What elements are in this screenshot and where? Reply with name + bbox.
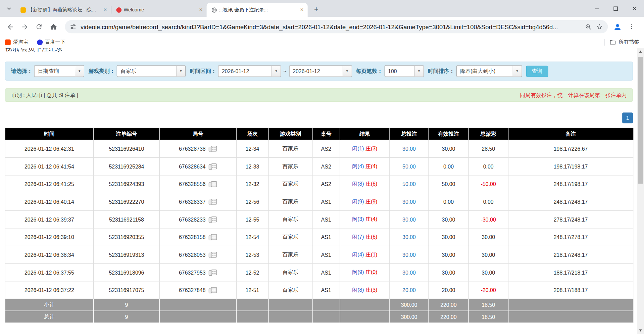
cell-table-no: AS1 xyxy=(312,264,340,281)
url-text: videoie.com/game/betrecord_search/kind3?… xyxy=(81,23,581,30)
maximize-icon xyxy=(613,6,618,11)
scrollbar-thumb[interactable] xyxy=(638,57,643,184)
total-bet-link[interactable]: 30.00 xyxy=(402,199,416,205)
cell-time: 2026-01-12 06:39:10 xyxy=(5,228,93,246)
cell-time: 2026-01-12 06:40:14 xyxy=(5,193,93,211)
close-window-button[interactable] xyxy=(625,0,644,17)
total-row: 总计9300.00220.0018.50 xyxy=(5,311,633,323)
sort-order-select[interactable]: 降幂(由大到小) ▾ xyxy=(456,65,522,77)
page-1-button[interactable]: 1 xyxy=(622,112,633,123)
tab-forum[interactable]: 【新提醒】海燕策略论坛 - 综合... × xyxy=(16,3,111,17)
dice-icon[interactable] xyxy=(208,163,217,170)
address-bar[interactable]: videoie.com/game/betrecord_search/kind3?… xyxy=(65,20,608,33)
scroll-down-button[interactable] xyxy=(637,327,644,334)
dice-icon[interactable] xyxy=(208,251,217,258)
total-bet-link[interactable]: 20.00 xyxy=(402,287,416,293)
result-banker: 庄(6) xyxy=(365,181,377,187)
total-bet-link[interactable]: 50.00 xyxy=(402,181,416,187)
browser-window: 【新提醒】海燕策略论坛 - 综合... × Welcome × :::视讯 会员… xyxy=(0,0,644,334)
total-bet-link[interactable]: 50.00 xyxy=(402,163,416,170)
tab-welcome[interactable]: Welcome × xyxy=(111,3,207,17)
window-controls xyxy=(587,0,644,17)
table-row: 2026-01-12 06:41:25523116924393676328556… xyxy=(5,175,633,193)
cell-result: 闲(1) 庄(3) xyxy=(340,140,390,158)
tab-close-icon[interactable]: × xyxy=(198,7,204,13)
globe-favicon-icon xyxy=(211,7,217,13)
search-button[interactable]: 查询 xyxy=(526,65,548,77)
dice-icon[interactable] xyxy=(208,145,217,152)
dice-icon[interactable] xyxy=(208,269,217,276)
cell-note: 278.17/248.17 xyxy=(508,210,633,228)
dice-icon[interactable] xyxy=(208,198,217,205)
footer-cell xyxy=(236,311,268,323)
site-info-tune-icon[interactable] xyxy=(70,23,77,30)
total-bet-link[interactable]: 30.00 xyxy=(402,252,416,258)
game-type-select[interactable]: 百家乐 ▾ xyxy=(117,65,186,77)
profile-avatar[interactable] xyxy=(611,20,624,33)
bookmark-baidu[interactable]: 百度一下 xyxy=(37,39,66,46)
bookmark-label: 爱淘宝 xyxy=(13,39,29,46)
total-bet-link[interactable]: 30.00 xyxy=(402,146,416,152)
tab-search-button[interactable] xyxy=(4,4,14,13)
refresh-icon xyxy=(35,23,43,31)
date-start-select[interactable]: 2026-01-12 ▾ xyxy=(218,65,281,77)
cell-session: 12-55 xyxy=(236,210,268,228)
maximize-button[interactable] xyxy=(606,0,625,17)
column-header: 时间 xyxy=(5,128,93,140)
cell-round-no: 676328738 xyxy=(159,140,236,158)
bookmark-taobao[interactable]: 爱淘宝 xyxy=(5,39,29,46)
dice-icon[interactable] xyxy=(208,234,217,241)
dice-icon[interactable] xyxy=(208,181,217,188)
query-type-select[interactable]: 日期查询 ▾ xyxy=(34,65,84,77)
back-button[interactable] xyxy=(4,20,16,33)
footer-cell: 18.50 xyxy=(468,299,508,311)
payout-value: 30.00 xyxy=(482,252,495,258)
close-icon xyxy=(632,6,637,11)
payout-value: 0.00 xyxy=(483,163,494,170)
total-bet-link[interactable]: 30.00 xyxy=(402,234,416,240)
all-bookmarks-button[interactable]: 所有书签 xyxy=(609,39,639,46)
home-icon xyxy=(49,23,57,31)
summary-notice-text: 同局有效投注，统一计算在该局第一张注单内 xyxy=(520,91,627,99)
dice-icon[interactable] xyxy=(208,216,217,223)
cell-session: 12-53 xyxy=(236,246,268,264)
forward-button[interactable] xyxy=(18,20,31,33)
total-bet-link[interactable]: 30.00 xyxy=(402,269,416,275)
tab-close-icon[interactable]: × xyxy=(102,7,109,13)
result-banker: 庄(0) xyxy=(365,269,377,275)
page-size-value: 100 xyxy=(385,68,414,74)
summary-totals-text: 币别 : 人民币 | 总共 :9 注单 | xyxy=(11,91,78,99)
filter-label-game: 游戏类别： xyxy=(88,67,115,75)
new-tab-button[interactable]: + xyxy=(311,4,321,15)
result-banker: 庄(9) xyxy=(365,198,377,204)
payout-value: -30.00 xyxy=(481,216,496,222)
footer-cell xyxy=(159,299,236,311)
table-row: 2026-01-12 06:38:34523116919313676328053… xyxy=(5,246,633,264)
minimize-button[interactable] xyxy=(587,0,606,17)
footer-cell xyxy=(268,311,312,323)
date-end-select[interactable]: 2026-01-12 ▾ xyxy=(289,65,352,77)
cell-round-no: 676328053 xyxy=(159,246,236,264)
total-bet-link[interactable]: 30.00 xyxy=(402,216,416,222)
menu-button[interactable] xyxy=(626,20,638,33)
zoom-icon[interactable] xyxy=(585,23,592,30)
cell-payout: -20.00 xyxy=(468,281,508,299)
cell-total-bet: 30.00 xyxy=(390,193,429,211)
home-button[interactable] xyxy=(47,20,60,33)
cell-valid-bet: 30.00 xyxy=(429,140,468,158)
result-player: 闲(1) xyxy=(352,145,364,151)
bookmark-star-icon[interactable] xyxy=(596,23,603,30)
cell-game: 百家乐 xyxy=(268,193,312,211)
scroll-up-button[interactable] xyxy=(637,48,644,55)
tab-close-icon[interactable]: × xyxy=(299,7,305,13)
tab-betrecord[interactable]: :::视讯 会员下注纪录::: × xyxy=(207,3,308,17)
cell-game: 百家乐 xyxy=(268,281,312,299)
all-bookmarks-label: 所有书签 xyxy=(618,39,639,46)
cell-round-no: 676327848 xyxy=(159,281,236,299)
dice-icon[interactable] xyxy=(208,287,217,294)
cell-payout: 30.00 xyxy=(468,228,508,246)
page-size-select[interactable]: 100 ▾ xyxy=(384,65,424,77)
refresh-button[interactable] xyxy=(33,20,45,33)
cell-session: 12-33 xyxy=(236,157,268,175)
result-player: 闲(8) xyxy=(352,181,364,187)
